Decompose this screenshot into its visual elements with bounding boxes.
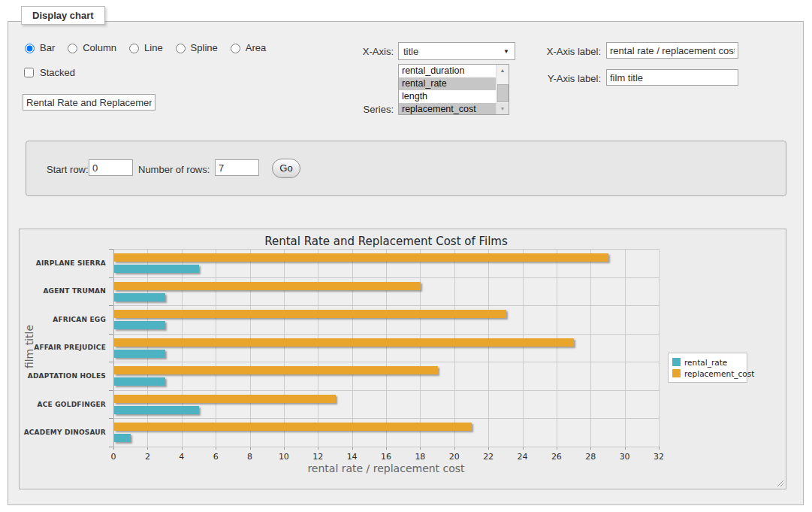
x-gridline [147, 249, 148, 447]
radio-column[interactable] [68, 44, 77, 53]
bar-rental_rate [114, 406, 199, 414]
bar-rental_rate [114, 293, 165, 301]
y-axis-label-input[interactable] [606, 69, 738, 86]
radio-spline[interactable] [176, 44, 186, 53]
x-axis-label-label: X-Axis label: [518, 46, 601, 57]
y-gridline [113, 447, 659, 447]
y-tick [109, 277, 113, 278]
x-tick-label: 12 [306, 452, 329, 462]
legend-swatch-rental_rate [672, 358, 681, 366]
x-tick-label: 26 [545, 452, 568, 462]
y-gridline [113, 277, 659, 278]
category-label: AFFAIR PREJUDICE [20, 334, 106, 362]
radio-area[interactable] [231, 44, 240, 53]
bar-replacement_cost [114, 395, 336, 403]
bar-rental_rate [114, 434, 131, 442]
x-gridline [352, 249, 353, 447]
bar-replacement_cost [114, 282, 421, 290]
legend-item-rental_rate[interactable]: rental_rate [672, 356, 743, 368]
x-tick-label: 18 [409, 452, 431, 462]
start-row-input[interactable] [89, 159, 133, 176]
chart-title-input[interactable] [23, 94, 155, 111]
stacked-checkbox[interactable] [24, 68, 34, 77]
bar-rental_rate [114, 377, 165, 386]
series-listbox[interactable]: rental_durationrental_ratelengthreplacem… [398, 64, 509, 115]
y-gridline [113, 418, 659, 419]
series-option-rental_duration[interactable]: rental_duration [399, 65, 496, 77]
start-row-label: Start row: [47, 164, 89, 175]
x-tick-label: 8 [239, 452, 261, 462]
x-tick-label: 22 [477, 452, 500, 462]
category-label: AGENT TRUMAN [20, 277, 106, 306]
num-rows-input[interactable] [215, 159, 259, 176]
x-tick-label: 28 [579, 452, 602, 462]
y-tick [109, 305, 113, 306]
chart-type-option-line[interactable]: Line [125, 41, 163, 53]
x-gridline [216, 249, 216, 447]
chart-type-option-spline[interactable]: Spline [172, 41, 218, 53]
chart-type-option-bar[interactable]: Bar [21, 41, 55, 53]
y-tick [109, 390, 113, 391]
x-gridline [420, 249, 421, 447]
category-label: AIRPLANE SIERRA [20, 249, 106, 277]
chart-title: Rental Rate and Replacement Cost of Film… [113, 235, 659, 248]
series-option-replacement_cost[interactable]: replacement_cost [399, 103, 496, 114]
y-axis-label-label: Y-Axis label: [518, 73, 601, 84]
resize-handle[interactable] [776, 479, 783, 486]
x-axis-select[interactable]: title ▼ [398, 42, 515, 60]
legend-swatch-replacement_cost [672, 369, 681, 377]
scrollbar-thumb[interactable] [497, 84, 509, 102]
x-gridline [386, 249, 387, 447]
legend-label: rental_rate [684, 358, 727, 367]
x-tick-label: 4 [171, 452, 193, 462]
radio-line[interactable] [129, 44, 139, 53]
bar-replacement_cost [114, 310, 506, 318]
x-gridline [488, 249, 489, 447]
category-label: AFRICAN EGG [20, 305, 106, 334]
x-tick-label: 24 [512, 452, 534, 462]
x-gridline [318, 249, 318, 447]
x-axis-label-input[interactable] [606, 42, 738, 59]
bar-replacement_cost [114, 423, 472, 431]
radio-bar[interactable] [25, 44, 35, 53]
series-option-length[interactable]: length [399, 90, 496, 103]
y-gridline [113, 390, 659, 391]
x-axis-select-label: X-Axis: [331, 46, 394, 57]
x-tick [659, 447, 660, 450]
chart-legend: rental_ratereplacement_cost [668, 353, 747, 383]
x-tick-label: 2 [136, 452, 158, 462]
bar-rental_rate [114, 265, 199, 273]
series-select-label: Series: [331, 104, 394, 115]
radio-label: Column [83, 42, 116, 53]
listbox-scrollbar[interactable]: ▲ ▼ [496, 65, 509, 114]
x-gridline [284, 249, 285, 447]
radio-label: Area [246, 42, 266, 53]
series-option-rental_rate[interactable]: rental_rate [399, 77, 496, 90]
bar-rental_rate [114, 321, 165, 329]
legend-item-replacement_cost[interactable]: replacement_cost [672, 368, 743, 379]
go-button[interactable]: Go [272, 159, 300, 178]
x-gridline [454, 249, 455, 447]
chart-type-radio-group: BarColumnLineSplineArea [21, 41, 266, 53]
x-axis-title: rental rate / replacement cost [113, 462, 659, 474]
x-axis-selected-value: title [403, 46, 418, 57]
y-gridline [113, 334, 659, 335]
bar-replacement_cost [114, 366, 438, 374]
y-tick [109, 334, 113, 335]
y-gridline [113, 249, 659, 250]
y-tick [109, 447, 113, 447]
bar-rental_rate [114, 350, 165, 358]
x-tick-label: 0 [102, 452, 125, 462]
chart-type-option-area[interactable]: Area [227, 41, 266, 53]
bar-replacement_cost [114, 338, 574, 347]
bar-replacement_cost [114, 253, 608, 262]
scroll-down-icon[interactable]: ▼ [497, 103, 509, 114]
chart-type-option-column[interactable]: Column [64, 41, 116, 53]
series-options: rental_durationrental_ratelengthreplacem… [399, 65, 496, 114]
scroll-up-icon[interactable]: ▲ [497, 65, 509, 76]
num-rows-label: Number of rows: [138, 164, 210, 175]
radio-label: Line [144, 42, 163, 53]
x-gridline [590, 249, 591, 447]
y-gridline [113, 305, 659, 306]
x-tick-label: 14 [341, 452, 364, 462]
